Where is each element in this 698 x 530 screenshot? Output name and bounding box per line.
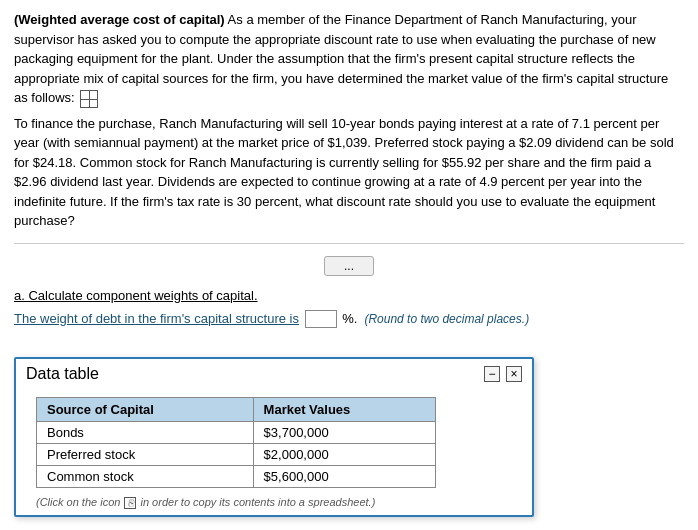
popup-controls: − × bbox=[484, 366, 522, 382]
copy-note-text1: (Click on the icon bbox=[36, 496, 120, 508]
copy-note: (Click on the icon ⎘ in order to copy it… bbox=[16, 492, 532, 515]
col-header-source: Source of Capital bbox=[37, 398, 254, 422]
data-table: Source of Capital Market Values Bonds$3,… bbox=[36, 397, 436, 488]
copy-icon[interactable]: ⎘ bbox=[124, 497, 136, 509]
table-cell-source: Preferred stock bbox=[37, 444, 254, 466]
problem-title: (Weighted average cost of capital) bbox=[14, 12, 225, 27]
table-row: Bonds$3,700,000 bbox=[37, 422, 436, 444]
expand-button[interactable]: ... bbox=[324, 256, 374, 276]
weight-question: The weight of debt in the firm's capital… bbox=[14, 309, 684, 330]
table-cell-value: $3,700,000 bbox=[253, 422, 435, 444]
icon-grid-container bbox=[78, 90, 100, 105]
grid-icon[interactable] bbox=[80, 90, 98, 108]
table-row: Common stock$5,600,000 bbox=[37, 466, 436, 488]
col-header-values: Market Values bbox=[253, 398, 435, 422]
problem-text: (Weighted average cost of capital) As a … bbox=[14, 10, 684, 108]
question-section: a. Calculate component weights of capita… bbox=[14, 288, 684, 330]
data-table-popup: Data table − × Source of Capital Market … bbox=[14, 357, 534, 517]
percent-sign: %. bbox=[342, 311, 357, 326]
question-label: a. Calculate component weights of capita… bbox=[14, 288, 684, 303]
popup-title: Data table bbox=[26, 365, 99, 383]
divider bbox=[14, 243, 684, 244]
hint-text: (Round to two decimal places.) bbox=[361, 312, 529, 326]
table-cell-value: $2,000,000 bbox=[253, 444, 435, 466]
weight-question-prefix: The weight of debt in the firm's capital… bbox=[14, 311, 299, 326]
minimize-button[interactable]: − bbox=[484, 366, 500, 382]
popup-titlebar: Data table − × bbox=[16, 359, 532, 389]
copy-note-text2: in order to copy its contents into a spr… bbox=[141, 496, 376, 508]
weight-debt-input[interactable] bbox=[305, 310, 337, 328]
table-cell-source: Common stock bbox=[37, 466, 254, 488]
table-cell-source: Bonds bbox=[37, 422, 254, 444]
problem-detail: To finance the purchase, Ranch Manufactu… bbox=[14, 114, 684, 231]
table-cell-value: $5,600,000 bbox=[253, 466, 435, 488]
table-container: Source of Capital Market Values Bonds$3,… bbox=[16, 389, 532, 492]
main-content: (Weighted average cost of capital) As a … bbox=[0, 0, 698, 347]
question-label-text: a. Calculate component weights of capita… bbox=[14, 288, 258, 303]
close-button[interactable]: × bbox=[506, 366, 522, 382]
table-row: Preferred stock$2,000,000 bbox=[37, 444, 436, 466]
